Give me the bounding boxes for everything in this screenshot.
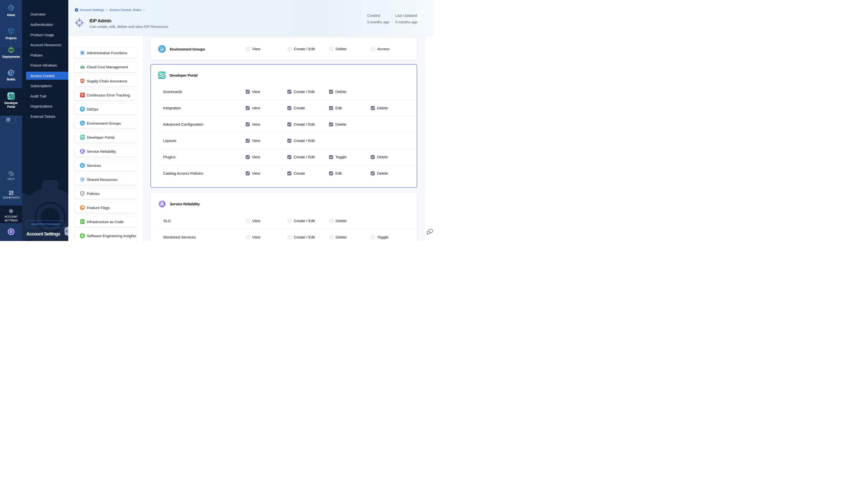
svg-text:$: $ [82, 66, 83, 68]
svg-text:?: ? [10, 172, 11, 174]
